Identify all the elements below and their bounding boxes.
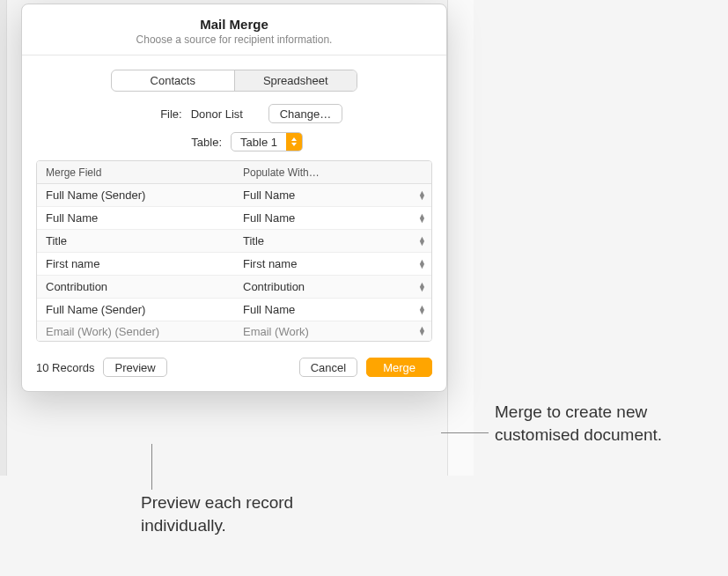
table-row[interactable]: Full Name (Sender)Full Name [37,184,431,207]
table-row[interactable]: Full NameFull Name [37,207,431,230]
merge-field-cell: Full Name (Sender) [37,303,234,316]
merge-field-cell: Full Name [37,211,234,225]
updown-stepper-icon[interactable] [418,260,426,269]
file-row: File: Donor List Change… [22,104,446,123]
merge-field-cell: Contribution [37,280,234,293]
table-row: Table: Table 1 [22,132,446,151]
updown-arrows-icon [286,133,302,151]
tab-spreadsheet[interactable]: Spreadsheet [235,70,357,91]
merge-field-cell: Email (Work) (Sender) [37,325,234,338]
source-segmented-control[interactable]: Contacts Spreadsheet [111,70,357,92]
updown-stepper-icon[interactable] [418,237,426,246]
populate-with-cell[interactable]: Full Name [234,188,431,202]
updown-stepper-icon[interactable] [418,306,426,314]
dialog-title: Mail Merge [22,17,446,32]
table-body: Full Name (Sender)Full NameFull NameFull… [37,184,431,341]
dialog-footer: 10 Records Preview Cancel Merge [22,342,446,391]
preview-button[interactable]: Preview [103,358,166,377]
column-populate-with: Populate With… [234,166,431,179]
background-left-strip [0,0,7,476]
mail-merge-dialog: Mail Merge Choose a source for recipient… [21,4,447,392]
change-button[interactable]: Change… [268,104,343,123]
populate-with-cell[interactable]: Full Name [234,303,431,316]
table-popup-value: Table 1 [232,136,286,149]
callout-merge: Merge to create new customised document. [495,401,688,446]
callout-line-preview [151,444,152,490]
populate-with-cell[interactable]: Full Name [234,211,431,225]
updown-stepper-icon[interactable] [418,283,426,292]
updown-stepper-icon[interactable] [418,191,426,200]
table-row[interactable]: Full Name (Sender)Full Name [37,299,431,321]
table-row[interactable]: TitleTitle [37,230,431,253]
merge-button[interactable]: Merge [366,358,432,377]
callout-line-merge [441,432,489,433]
table-label: Table: [165,136,222,149]
merge-field-cell: Title [37,234,234,247]
dialog-header: Mail Merge Choose a source for recipient… [22,4,446,55]
table-row[interactable]: ContributionContribution [37,276,431,299]
file-value: Donor List [191,107,260,121]
table-popup[interactable]: Table 1 [231,132,303,151]
populate-with-cell[interactable]: Email (Work) [234,325,431,338]
column-merge-field: Merge Field [37,166,234,179]
cancel-button[interactable]: Cancel [299,358,357,377]
records-count: 10 Records [36,361,94,374]
updown-stepper-icon[interactable] [418,327,426,336]
table-header: Merge Field Populate With… [37,161,431,184]
updown-stepper-icon[interactable] [418,214,426,223]
populate-with-cell[interactable]: Contribution [234,280,431,293]
dialog-subtitle: Choose a source for recipient informatio… [22,33,446,46]
merge-field-cell: Full Name (Sender) [37,188,234,202]
populate-with-cell[interactable]: First name [234,257,431,270]
merge-field-cell: First name [37,257,234,270]
callout-preview: Preview each record individually. [141,491,335,536]
table-row[interactable]: Email (Work) (Sender)Email (Work) [37,321,431,341]
background-right-panel [447,0,474,476]
field-mapping-table: Merge Field Populate With… Full Name (Se… [36,160,432,342]
populate-with-cell[interactable]: Title [234,234,431,247]
table-row[interactable]: First nameFirst name [37,253,431,276]
tab-contacts[interactable]: Contacts [112,70,235,91]
file-label: File: [126,107,182,121]
